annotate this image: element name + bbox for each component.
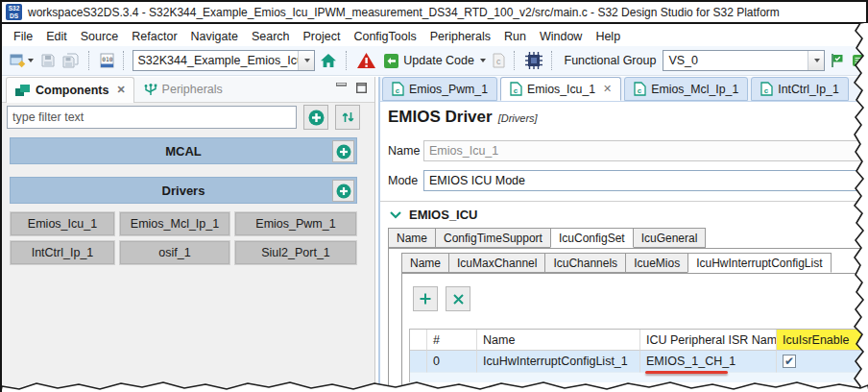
minimize-icon[interactable] [336, 83, 347, 93]
menu-navigate[interactable]: Navigate [184, 28, 245, 45]
table-header-row: # Name ICU Peripheral ISR Name IcuIsrEna… [410, 330, 868, 351]
name-field[interactable] [423, 140, 863, 161]
section-title: EMIOS_ICU [409, 208, 478, 222]
component-label: Emios_Pwm_1 [255, 217, 335, 231]
app-icon-text-2: DS [10, 12, 18, 19]
menu-help[interactable]: Help [589, 28, 627, 45]
menu-edit[interactable]: Edit [39, 28, 74, 45]
table-header-blank [410, 330, 427, 351]
config-file-icon: c [510, 82, 522, 96]
svg-text:c: c [496, 57, 501, 66]
chevron-down-icon [814, 59, 820, 62]
table-header-isr-name[interactable]: ICU Peripheral ISR Name [640, 330, 777, 351]
menu-run[interactable]: Run [497, 28, 533, 45]
binary-file-button[interactable]: 010 [98, 49, 116, 72]
table-header-index[interactable]: # [427, 330, 477, 351]
emios-icu-section-header[interactable]: EMIOS_ICU [390, 208, 478, 222]
toolbar-separator [551, 51, 554, 70]
pins-tool-button[interactable] [523, 49, 544, 72]
tab-icuchannels[interactable]: IcuChannels [544, 253, 626, 273]
generate-c-file-button[interactable]: c [491, 49, 507, 72]
save-all-button[interactable] [60, 49, 82, 72]
menu-configtools[interactable]: ConfigTools [347, 28, 422, 45]
update-code-dropdown-caret[interactable] [480, 59, 486, 62]
functional-group-combo[interactable]: VS_0 [663, 50, 825, 71]
update-code-button[interactable]: Update Code [381, 49, 488, 72]
group-mcal[interactable]: MCAL [10, 137, 357, 164]
tab-name-l1[interactable]: Name [388, 228, 436, 248]
menu-search[interactable]: Search [245, 28, 297, 45]
new-wizard-dropdown-caret[interactable] [28, 59, 34, 62]
table-row[interactable]: 0 IcuHwInterruptConfigList_1 EMIOS_1_CH_… [410, 351, 868, 373]
editor-tab-intctrl-ip-1[interactable]: c IntCtrl_Ip_1 [751, 77, 849, 101]
component-emios-icu-1[interactable]: Emios_Icu_1 [10, 211, 115, 236]
editor-tab-emios-mcl-ip-1[interactable]: c Emios_Mcl_Ip_1 [624, 77, 748, 101]
delete-row-button[interactable] [446, 286, 470, 311]
flag-bookmark-button[interactable] [828, 49, 847, 72]
home-button[interactable] [318, 49, 339, 72]
c-file-icon: c [493, 53, 505, 68]
plus-icon [419, 292, 432, 306]
tab-icuhwinterruptconfiglist[interactable]: IcuHwInterruptConfigList [687, 253, 831, 273]
filter-input[interactable] [7, 106, 297, 129]
name-field-label: Name [388, 144, 420, 158]
maximize-icon[interactable] [356, 83, 367, 93]
svg-text:010: 010 [102, 56, 112, 62]
component-osif-1[interactable]: osif_1 [119, 240, 230, 265]
table-empty-row [410, 373, 868, 382]
tab-icuconfigset[interactable]: IcuConfigSet [550, 228, 634, 248]
group-drivers[interactable]: Drivers [10, 177, 357, 204]
window-title: workspaceS32DS.3.4 - S32K344_Example_Emi… [28, 6, 780, 19]
mode-field[interactable] [423, 170, 863, 191]
component-siul2-port-1[interactable]: Siul2_Port_1 [234, 240, 357, 265]
tab-name-l2[interactable]: Name [401, 253, 449, 273]
component-emios-mcl-ip-1[interactable]: Emios_Mcl_Ip_1 [119, 211, 230, 236]
menu-window[interactable]: Window [533, 28, 589, 45]
new-wizard-button[interactable] [8, 49, 36, 72]
close-icon[interactable]: ✕ [116, 84, 125, 96]
config-tabs-level1: Name ConfigTimeSupport IcuConfigSet IcuG… [388, 229, 868, 249]
group-border [388, 249, 389, 392]
editor-tab-emios-pwm-1[interactable]: c Emios_Pwm_1 [382, 77, 497, 101]
plus-circle-icon [308, 110, 325, 126]
save-button[interactable] [38, 49, 58, 72]
close-icon[interactable]: ✕ [603, 83, 612, 95]
component-label: Emios_Mcl_Ip_1 [131, 217, 219, 231]
binary-file-icon: 010 [100, 53, 114, 68]
tab-peripherals-label: Peripherals [162, 83, 223, 96]
menu-refactor[interactable]: Refactor [125, 28, 183, 45]
group-mcal-add-button[interactable] [332, 140, 354, 162]
menu-peripherals[interactable]: Peripherals [423, 28, 497, 45]
tab-icuemios[interactable]: IcueMios [625, 253, 688, 273]
isr-enable-checkbox-checked[interactable] [783, 355, 796, 368]
add-component-button[interactable] [303, 105, 328, 130]
menu-project[interactable]: Project [297, 28, 348, 45]
problems-warning-button[interactable] [354, 49, 378, 72]
config-tabs-level2: Name IcuMaxChannel IcuChannels IcueMios … [401, 254, 868, 274]
editor-tab-emios-icu-1[interactable]: c Emios_Icu_1 ✕ [500, 77, 621, 101]
tab-configtimesupport[interactable]: ConfigTimeSupport [435, 228, 551, 248]
tab-components[interactable]: Components ✕ [6, 77, 134, 103]
add-row-button[interactable] [413, 286, 438, 311]
table-header-name[interactable]: Name [477, 330, 640, 351]
menu-source[interactable]: Source [74, 28, 126, 45]
row-name-cell: IcuHwInterruptConfigList_1 [477, 351, 640, 373]
registers-view-button[interactable] [850, 49, 868, 72]
group-drivers-add-button[interactable] [332, 180, 354, 202]
tab-icugeneral[interactable]: IcuGeneral [633, 228, 707, 248]
menu-file[interactable]: File [7, 28, 39, 45]
project-selector-dropdown[interactable] [298, 51, 314, 70]
project-selector-combo[interactable]: S32K344_Example_Emios_Icu_IP [133, 50, 315, 71]
sort-components-button[interactable] [335, 105, 360, 130]
component-emios-pwm-1[interactable]: Emios_Pwm_1 [234, 211, 357, 236]
table-header-icuisrenable[interactable]: IcuIsrEnable [777, 330, 868, 351]
config-file-icon: c [392, 82, 404, 96]
driver-heading-title: EMIOS Driver [388, 108, 493, 126]
save-icon [40, 53, 56, 68]
functional-group-dropdown[interactable] [808, 51, 824, 70]
red-underline-annotation [645, 371, 728, 374]
tab-icumaxchannel[interactable]: IcuMaxChannel [448, 253, 545, 273]
component-intctrl-ip-1[interactable]: IntCtrl_Ip_1 [10, 240, 115, 265]
flag-check-icon [830, 53, 845, 68]
tab-peripherals[interactable]: Peripherals [136, 77, 230, 103]
